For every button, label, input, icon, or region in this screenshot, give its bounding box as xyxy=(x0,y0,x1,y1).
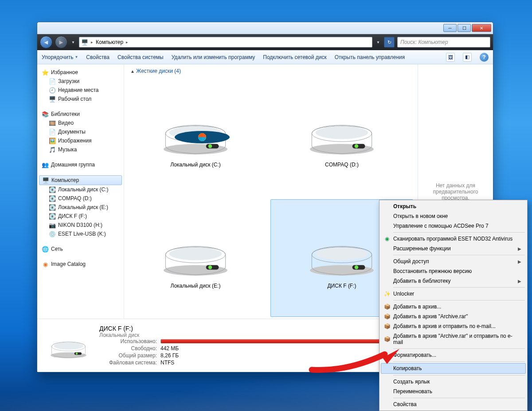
preview-pane-button[interactable]: ◧ xyxy=(463,53,472,62)
ctx-share[interactable]: Общий доступ▶ xyxy=(381,257,526,266)
minimize-button[interactable]: ─ xyxy=(443,24,457,32)
fs-label: Файловая система: xyxy=(99,360,157,366)
sidebar-music[interactable]: 🎵Музыка xyxy=(39,145,122,154)
video-icon: 🎞️ xyxy=(49,119,56,126)
sidebar-drive-h[interactable]: 📷NIKON D3100 (H:) xyxy=(39,221,122,229)
drive-label: COMPAQ (D:) xyxy=(325,162,359,168)
library-icon: 📚 xyxy=(42,111,49,118)
desktop-icon: 🖥️ xyxy=(49,95,56,103)
section-header[interactable]: ▲ Жесткие диски (4) xyxy=(124,64,418,76)
uninstall-button[interactable]: Удалить или изменить программу xyxy=(172,54,255,60)
camera-icon: 📷 xyxy=(49,221,56,229)
address-dropdown[interactable]: ▼ xyxy=(375,36,381,48)
ctx-properties[interactable]: Свойства xyxy=(381,399,526,409)
hdd-icon xyxy=(158,108,233,157)
ctx-restore[interactable]: Восстановить прежнюю версию xyxy=(381,266,526,276)
drive-label: ДИСК F (F:) xyxy=(327,283,356,289)
maximize-button[interactable]: ☐ xyxy=(458,24,471,32)
ctx-create-shortcut[interactable]: Создать ярлык xyxy=(381,377,526,387)
organize-button[interactable]: Упорядочить▼ xyxy=(42,54,78,60)
sidebar-drive-d[interactable]: 💽COMPAQ (D:) xyxy=(39,194,122,203)
sidebar-desktop[interactable]: 🖥️Рабочий стол xyxy=(39,95,122,103)
ctx-rar-add-named[interactable]: 📦Добавить в архив "Archive.rar" xyxy=(381,312,526,321)
folder-icon: 📄 xyxy=(49,78,56,85)
fs-value: NTFS xyxy=(160,360,174,366)
sidebar-favorites-header[interactable]: ⭐Избранное xyxy=(39,68,122,77)
drive-e[interactable]: Локальный диск (E:) xyxy=(124,199,267,317)
sidebar-network[interactable]: 🌐Сеть xyxy=(39,245,122,253)
recent-icon: 🕘 xyxy=(49,87,56,94)
computer-icon: 🖥️ xyxy=(81,39,88,46)
help-button[interactable]: ? xyxy=(480,53,489,62)
sidebar-homegroup[interactable]: 👥Домашняя группа xyxy=(39,160,122,169)
ctx-unlocker[interactable]: ✨Unlocker xyxy=(381,289,526,299)
hdd-icon xyxy=(304,108,379,157)
content-area: ▲ Жесткие диски (4) Локальный диск (C:) … xyxy=(124,64,418,319)
star-icon: ⭐ xyxy=(42,69,49,76)
rar-icon: 📦 xyxy=(383,303,391,310)
rar-icon: 📦 xyxy=(383,336,391,343)
drive-c[interactable]: Локальный диск (C:) xyxy=(124,78,267,196)
image-icon: 🖼️ xyxy=(49,137,56,144)
control-panel-button[interactable]: Открыть панель управления xyxy=(335,54,405,60)
sidebar-recent[interactable]: 🕘Недавние места xyxy=(39,86,122,95)
doc-icon: 📄 xyxy=(49,128,56,135)
back-button[interactable]: ◄ xyxy=(40,36,52,48)
sidebar-computer[interactable]: 🖥️Компьютер xyxy=(39,175,122,185)
sidebar: ⭐Избранное 📄Загрузки 🕘Недавние места 🖥️Р… xyxy=(37,64,124,319)
ctx-rar-email-named[interactable]: 📦Добавить в архив "Archive.rar" и отправ… xyxy=(381,331,526,347)
forward-button[interactable]: ► xyxy=(55,36,67,48)
ctx-rename[interactable]: Переименовать xyxy=(381,387,526,396)
ctx-open-new-window[interactable]: Открыть в новом окне xyxy=(381,211,526,221)
sidebar-documents[interactable]: 📄Документы xyxy=(39,127,122,136)
ctx-add-library[interactable]: Добавить в библиотеку▶ xyxy=(381,276,526,286)
map-drive-button[interactable]: Подключить сетевой диск xyxy=(263,54,326,60)
rar-icon: 📦 xyxy=(383,313,391,320)
ctx-advanced[interactable]: Расширенные функции▶ xyxy=(381,244,526,253)
total-label: Общий размер: xyxy=(99,352,157,359)
drive-d[interactable]: COMPAQ (D:) xyxy=(270,78,413,196)
ctx-copy[interactable]: Копировать xyxy=(381,363,526,374)
titlebar: ─ ☐ ✕ xyxy=(37,22,493,34)
free-label: Свободно: xyxy=(99,345,157,352)
search-input[interactable]: Поиск: Компьютер xyxy=(397,37,490,47)
drive-label: Локальный диск (E:) xyxy=(171,283,221,289)
ctx-eset-scan[interactable]: ◉Сканировать программой ESET NOD32 Antiv… xyxy=(381,234,526,244)
sidebar-drive-c[interactable]: 💽Локальный диск (C:) xyxy=(39,185,122,194)
usb-icon: 💿 xyxy=(49,230,56,237)
history-dropdown[interactable]: ▼ xyxy=(70,36,76,48)
sidebar-drive-e[interactable]: 💽Локальный диск (E:) xyxy=(39,203,122,212)
drive-label: Локальный диск (C:) xyxy=(170,162,221,168)
breadcrumb-root[interactable]: Компьютер xyxy=(96,39,123,45)
view-mode-button[interactable]: 🖼 xyxy=(446,53,455,62)
close-button[interactable]: ✕ xyxy=(472,24,491,32)
ctx-acdsee[interactable]: Управление с помощью ACDSee Pro 7 xyxy=(381,221,526,231)
properties-button[interactable]: Свойства xyxy=(86,54,110,60)
navbar: ◄ ► ▼ 🖥️ ▸ Компьютер ▸ ▼ ↻ Поиск: Компью… xyxy=(37,34,493,50)
drive-icon: 💽 xyxy=(49,186,56,193)
sidebar-pictures[interactable]: 🖼️Изображения xyxy=(39,136,122,145)
context-menu: Открыть Открыть в новом окне Управление … xyxy=(379,200,528,411)
refresh-button[interactable]: ↻ xyxy=(384,37,395,47)
ctx-format[interactable]: Форматировать... xyxy=(381,350,526,360)
free-value: 442 МБ xyxy=(160,345,179,352)
ctx-rar-add[interactable]: 📦Добавить в архив... xyxy=(381,302,526,312)
sidebar-libraries-header[interactable]: 📚Библиотеки xyxy=(39,110,122,119)
wand-icon: ✨ xyxy=(383,290,391,297)
homegroup-icon: 👥 xyxy=(42,161,49,168)
computer-icon: 🖥️ xyxy=(42,177,49,184)
sidebar-image-catalog[interactable]: ◉Image Catalog xyxy=(39,260,122,269)
catalog-icon: ◉ xyxy=(42,261,49,268)
network-icon: 🌐 xyxy=(42,245,49,253)
hdd-icon xyxy=(158,229,233,278)
system-properties-button[interactable]: Свойства системы xyxy=(117,54,164,60)
address-bar[interactable]: 🖥️ ▸ Компьютер ▸ xyxy=(79,37,372,47)
drive-icon: 💽 xyxy=(49,195,56,202)
ctx-open[interactable]: Открыть xyxy=(381,202,526,211)
ctx-rar-email[interactable]: 📦Добавить в архив и отправить по e-mail.… xyxy=(381,321,526,331)
sidebar-downloads[interactable]: 📄Загрузки xyxy=(39,77,122,86)
sidebar-drive-f[interactable]: 💽ДИСК F (F:) xyxy=(39,212,122,221)
drive-icon: 💽 xyxy=(49,204,56,211)
sidebar-drive-k[interactable]: 💿ESET Live-USB (K:) xyxy=(39,229,122,238)
sidebar-videos[interactable]: 🎞️Видео xyxy=(39,119,122,127)
